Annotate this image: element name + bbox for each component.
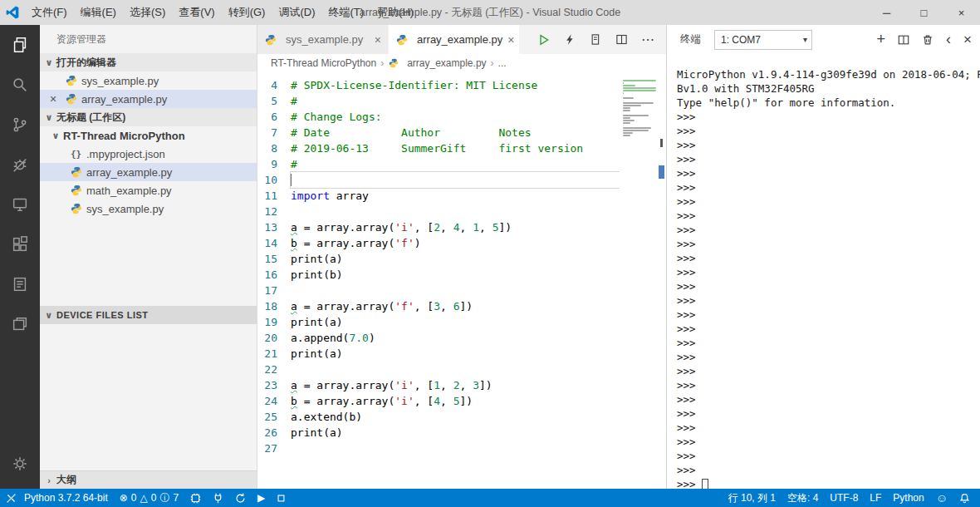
menu-debug[interactable]: 调试(D) (272, 0, 321, 25)
file-item-sys-example[interactable]: sys_example.py (40, 199, 257, 218)
gear-icon[interactable] (0, 444, 40, 484)
code-lines[interactable]: 4# SPDX-License-Identifier: MIT License5… (257, 72, 620, 489)
encoding-item[interactable]: UTF-8 (824, 489, 864, 507)
terminal-line: >>> (677, 124, 980, 138)
terminal-line: >>> (677, 279, 980, 293)
minimap[interactable] (620, 72, 658, 489)
code-line[interactable]: 26print(a) (257, 425, 620, 441)
file-item-mpyproject[interactable]: {} .mpyproject.json (40, 145, 257, 163)
open-editors-header[interactable]: ∨ 打开的编辑器 (40, 53, 257, 71)
code-line[interactable]: 24b = array.array('i', [4, 5]) (257, 393, 620, 409)
kill-terminal-trash-icon[interactable] (922, 34, 933, 46)
code-line[interactable]: 19print(a) (257, 314, 620, 330)
open-editor-item-sys[interactable]: sys_example.py (40, 71, 257, 90)
minimize-button[interactable]: ─ (868, 0, 905, 25)
tab-sys-example[interactable]: sys_example.py × (257, 25, 389, 54)
code-line[interactable]: 12 (257, 204, 620, 219)
device-files-header[interactable]: ∨ DEVICE FILES LIST (40, 306, 257, 324)
explorer-icon[interactable] (0, 25, 40, 65)
split-editor-icon[interactable] (615, 33, 628, 46)
workspace-header[interactable]: ∨ 无标题 (工作区) (40, 108, 257, 126)
breadcrumb-folder[interactable]: RT-Thread MicroPython (271, 57, 376, 69)
source-control-icon[interactable] (0, 105, 40, 145)
code-line[interactable]: 25a.extend(b) (257, 409, 620, 425)
terminal-line: >>> (677, 392, 980, 406)
code-line[interactable]: 13a = array.array('i', [2, 4, 1, 5]) (257, 219, 620, 235)
code-line[interactable]: 6# Change Logs: (257, 109, 620, 125)
sync-icon[interactable] (229, 489, 252, 507)
menu-edit[interactable]: 编辑(E) (74, 0, 123, 25)
remote-connect-icon[interactable] (0, 489, 18, 507)
report-list-icon[interactable] (0, 264, 40, 304)
menu-file[interactable]: 文件(F) (25, 0, 74, 25)
code-line[interactable]: 18a = array.array('f', [3, 6]) (257, 298, 620, 314)
code-line[interactable]: 7# Date Author Notes (257, 125, 620, 140)
extensions-icon[interactable] (0, 224, 40, 264)
python-interpreter-item[interactable]: Python 3.7.2 64-bit (18, 489, 114, 507)
more-actions-icon[interactable]: ⋯ (641, 32, 654, 47)
close-tab-icon[interactable]: × (375, 33, 381, 47)
menu-view[interactable]: 查看(V) (172, 0, 221, 25)
cursor-position-item[interactable]: 行 10, 列 1 (723, 489, 782, 507)
notifications-bell-icon[interactable] (953, 489, 980, 507)
code-line[interactable]: 27 (257, 441, 620, 456)
info-count: 7 (173, 492, 179, 504)
code-line[interactable]: 11import array (257, 188, 620, 204)
file-item-array-example[interactable]: array_example.py (40, 163, 257, 181)
close-tab-icon[interactable]: × (507, 33, 514, 47)
terminal-line: >>> (677, 421, 980, 435)
tab-array-example[interactable]: array_example.py × (389, 25, 520, 54)
menu-selection[interactable]: 选择(S) (123, 0, 172, 25)
close-editor-icon[interactable]: × (47, 92, 60, 106)
open-preview-icon[interactable] (590, 33, 602, 46)
close-panel-icon[interactable]: × (963, 32, 972, 48)
menu-go[interactable]: 转到(G) (222, 0, 272, 25)
code-line[interactable]: 21print(a) (257, 346, 620, 362)
breadcrumb[interactable]: RT-Thread MicroPython › array_example.py… (257, 54, 666, 72)
search-icon[interactable] (0, 65, 40, 105)
breadcrumb-file[interactable]: array_example.py (407, 57, 486, 69)
code-line[interactable]: 9# (257, 156, 620, 172)
maximize-button[interactable]: □ (905, 0, 943, 25)
code-line[interactable]: 14b = array.array('f') (257, 235, 620, 251)
tab-label: array_example.py (417, 33, 502, 46)
terminal-title[interactable]: 终端 (680, 32, 701, 47)
run-file-icon[interactable]: ▶ (252, 489, 271, 507)
file-item-math-example[interactable]: math_example.py (40, 181, 257, 199)
debug-icon[interactable] (0, 145, 40, 185)
code-line[interactable]: 4# SPDX-License-Identifier: MIT License (257, 77, 620, 93)
feedback-smiley-icon[interactable]: ☺ (930, 489, 953, 507)
code-line[interactable]: 16print(b) (257, 267, 620, 283)
eol-item[interactable]: LF (864, 489, 887, 507)
code-line[interactable]: 20a.append(7.0) (257, 330, 620, 346)
language-mode-item[interactable]: Python (887, 489, 929, 507)
file-copy-icon[interactable] (0, 304, 40, 344)
breadcrumb-symbol[interactable]: ... (498, 57, 507, 69)
split-terminal-icon[interactable] (898, 34, 909, 46)
code-line[interactable]: 22 (257, 362, 620, 377)
stop-icon[interactable] (271, 489, 292, 507)
indentation-item[interactable]: 空格: 4 (782, 489, 824, 507)
scrollbar-thumb[interactable] (659, 165, 664, 179)
code-line[interactable]: 17 (257, 283, 620, 298)
download-board-icon[interactable] (184, 489, 207, 507)
terminal-line: >>> (677, 364, 980, 378)
outline-header[interactable]: › 大纲 (40, 470, 257, 489)
terminal-select[interactable]: 1: COM7 ▾ (714, 30, 812, 50)
terminal-output[interactable]: MicroPython v1.9.4-114-g309fe39d on 2018… (667, 54, 980, 489)
plug-icon[interactable] (207, 489, 229, 507)
run-button[interactable] (537, 33, 551, 47)
flash-download-icon[interactable] (564, 33, 576, 46)
code-line[interactable]: 5# (257, 93, 620, 109)
code-line[interactable]: 8# 2019-06-13 SummerGift first version (257, 140, 620, 156)
code-line[interactable]: 10 (257, 172, 620, 188)
code-line[interactable]: 23a = array.array('i', [1, 2, 3]) (257, 377, 620, 393)
device-monitor-icon[interactable] (0, 185, 40, 224)
folder-item-rtthread[interactable]: ∨ RT-Thread MicroPython (40, 126, 257, 145)
close-window-button[interactable]: × (943, 0, 980, 25)
open-editor-item-array[interactable]: × array_example.py (40, 90, 257, 108)
problems-item[interactable]: ⊗ 0 △ 0 ⓘ 7 (114, 489, 184, 507)
chevron-left-icon[interactable]: ‹ (946, 31, 951, 48)
code-line[interactable]: 15print(a) (257, 251, 620, 267)
new-terminal-icon[interactable]: + (877, 31, 886, 48)
